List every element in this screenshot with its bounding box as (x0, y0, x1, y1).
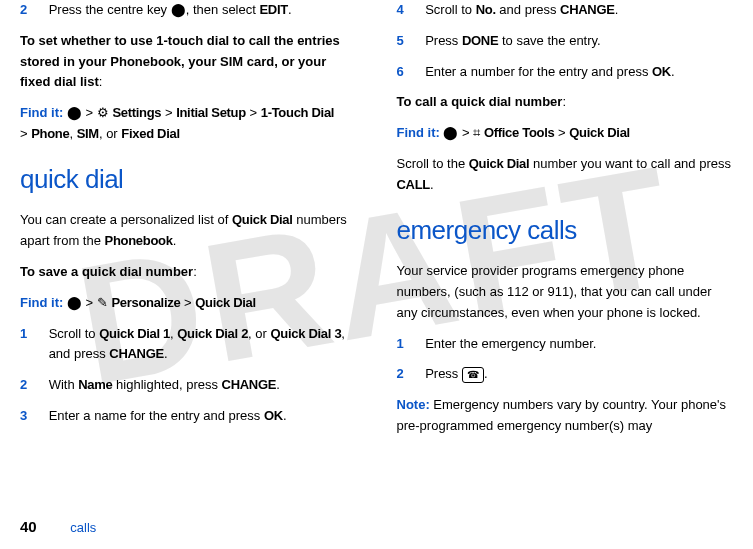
menu-settings: Settings (112, 105, 161, 120)
step-number: 2 (20, 375, 45, 396)
term-phonebook: Phonebook (105, 233, 173, 248)
opt-phone: Phone (31, 126, 69, 141)
text: . (288, 2, 292, 17)
text: . (671, 64, 675, 79)
sep: > (82, 105, 97, 120)
step-text: Press DONE to save the entry. (425, 31, 732, 52)
center-key-icon: ⬤ (171, 2, 186, 17)
text: . (276, 377, 280, 392)
save-step-4: 4 Scroll to No. and press CHANGE. (397, 0, 734, 21)
key-done: DONE (462, 33, 498, 48)
text: Scroll to (425, 2, 476, 17)
text-bold: To call a quick dial number (397, 94, 563, 109)
right-column: 4 Scroll to No. and press CHANGE. 5 Pres… (397, 0, 734, 447)
menu-1touch: 1-Touch Dial (261, 105, 334, 120)
send-key-icon: ☎ (462, 367, 484, 383)
text: number you want to call and press (529, 156, 731, 171)
sep: , or (99, 126, 121, 141)
findit-label: Find it: (397, 125, 440, 140)
text: Scroll to (49, 326, 100, 341)
text: Enter a number for the entry and press (425, 64, 652, 79)
key-change: CHANGE (560, 2, 615, 17)
text: With (49, 377, 79, 392)
save-step-1: 1 Scroll to Quick Dial 1, Quick Dial 2, … (20, 324, 357, 366)
term-quick-dial: Quick Dial (232, 212, 293, 227)
colon: : (193, 264, 197, 279)
text: Press (425, 33, 462, 48)
key-ok: OK (652, 64, 671, 79)
sep: , or (248, 326, 270, 341)
sep: > (458, 125, 473, 140)
colon: : (99, 74, 103, 89)
colon: : (562, 94, 566, 109)
save-step-6: 6 Enter a number for the entry and press… (397, 62, 734, 83)
personalize-icon: ✎ (97, 295, 108, 310)
text: You can create a personalized list of (20, 212, 232, 227)
save-step-5: 5 Press DONE to save the entry. (397, 31, 734, 52)
opt-qd1: Quick Dial 1 (99, 326, 170, 341)
sep: > (20, 126, 31, 141)
section-label: calls (70, 520, 96, 535)
step-text: Enter a name for the entry and press OK. (49, 406, 356, 427)
text: to save the entry. (498, 33, 600, 48)
step-text: With Name highlighted, press CHANGE. (49, 375, 356, 396)
quick-dial-intro: You can create a personalized list of Qu… (20, 210, 357, 252)
text: . (283, 408, 287, 423)
step-text: Press ☎. (425, 364, 732, 385)
sep: > (554, 125, 569, 140)
center-key-icon: ⬤ (67, 295, 82, 310)
text: . (164, 346, 168, 361)
text: . (430, 177, 434, 192)
menu-quick-dial: Quick Dial (195, 295, 256, 310)
text: and press (496, 2, 560, 17)
step-text: Enter a number for the entry and press O… (425, 62, 732, 83)
text-bold: To set whether to use 1-touch dial to ca… (20, 33, 340, 90)
key-change: CHANGE (222, 377, 277, 392)
field-no: No. (476, 2, 496, 17)
step-text: Enter the emergency number. (425, 334, 732, 355)
step-number: 2 (397, 364, 422, 385)
field-name: Name (78, 377, 112, 392)
emergency-intro: Your service provider programs emergency… (397, 261, 734, 323)
term-quick-dial: Quick Dial (469, 156, 530, 171)
menu-office-tools: Office Tools (484, 125, 555, 140)
opt-sim: SIM (77, 126, 99, 141)
emerg-step-2: 2 Press ☎. (397, 364, 734, 385)
step-2: 2 Press the centre key ⬤, then select ED… (20, 0, 357, 21)
call-qd-instruction: Scroll to the Quick Dial number you want… (397, 154, 734, 196)
heading-quick-dial: quick dial (20, 159, 357, 201)
step-text: Scroll to Quick Dial 1, Quick Dial 2, or… (49, 324, 356, 366)
findit-label: Find it: (20, 105, 63, 120)
step-number: 1 (397, 334, 422, 355)
save-qd-heading: To save a quick dial number: (20, 262, 357, 283)
emergency-note: Note: Emergency numbers vary by country.… (397, 395, 734, 437)
key-call: CALL (397, 177, 430, 192)
office-icon: ⌗ (473, 125, 480, 140)
center-key-icon: ⬤ (67, 105, 82, 120)
step-number: 1 (20, 324, 45, 345)
text: Press the centre key (49, 2, 171, 17)
sep: > (246, 105, 261, 120)
step-number: 4 (397, 0, 422, 21)
settings-icon: ⚙ (97, 105, 109, 120)
save-step-2: 2 With Name highlighted, press CHANGE. (20, 375, 357, 396)
page-footer: 40 calls (20, 515, 96, 539)
step-text: Press the centre key ⬤, then select EDIT… (49, 0, 356, 21)
sep: > (180, 295, 195, 310)
emerg-step-1: 1 Enter the emergency number. (397, 334, 734, 355)
save-step-3: 3 Enter a name for the entry and press O… (20, 406, 357, 427)
note-text: Emergency numbers vary by country. Your … (397, 397, 727, 433)
text: Scroll to the (397, 156, 469, 171)
text: , then select (186, 2, 260, 17)
sep: > (82, 295, 97, 310)
opt-fixed: Fixed Dial (121, 126, 179, 141)
step-text: Scroll to No. and press CHANGE. (425, 0, 732, 21)
key-change: CHANGE (109, 346, 164, 361)
findit-label: Find it: (20, 295, 63, 310)
text: . (615, 2, 619, 17)
menu-initial-setup: Initial Setup (176, 105, 246, 120)
heading-emergency-calls: emergency calls (397, 210, 734, 252)
call-qd-heading: To call a quick dial number: (397, 92, 734, 113)
left-column: 2 Press the centre key ⬤, then select ED… (20, 0, 357, 447)
text: . (173, 233, 177, 248)
